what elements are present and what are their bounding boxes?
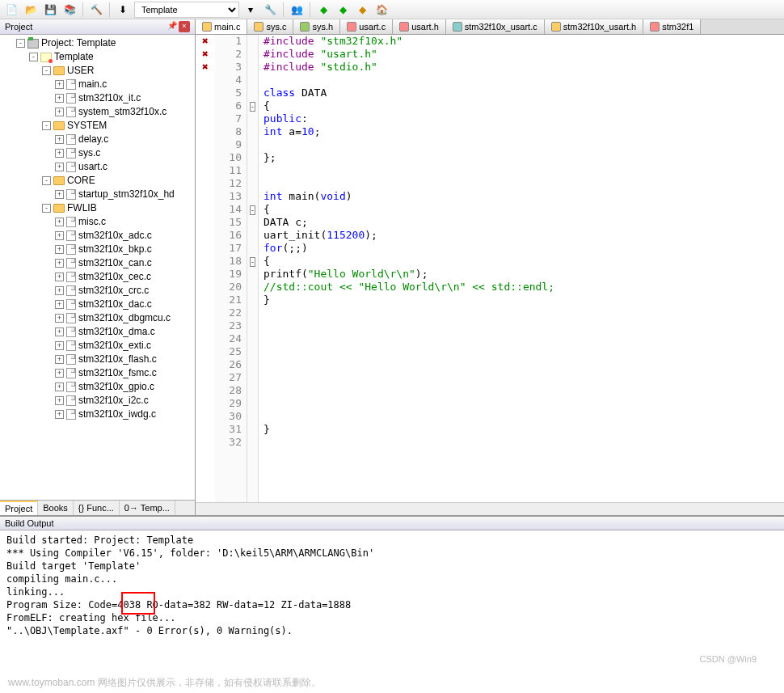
highlight-box [121,592,155,615]
file-type-icon [254,22,263,32]
debug-icon[interactable]: ◆ [354,2,370,18]
file-icon [66,134,76,145]
file-node[interactable]: +stm32f10x_cec.c [53,270,193,284]
project-title-label: Project [5,22,32,32]
new-file-icon[interactable]: 📄 [3,2,19,18]
pane-pin-icon[interactable]: 📌 [167,21,177,32]
project-pane-title: Project 📌× [0,19,195,35]
pane-tab-{} Func...[interactable]: {} Func... [74,501,120,515]
folder-icon [53,66,65,75]
file-type-icon [453,22,462,32]
project-tree[interactable]: -Project: Template-Template-USER+main.c+… [0,35,195,500]
save-all-icon[interactable]: 💾 [42,2,58,18]
file-type-icon [551,22,561,32]
file-tab[interactable]: stm32f1 [643,19,701,34]
file-icon [66,217,76,227]
nav-back-icon[interactable]: ◆ [315,2,331,18]
file-node[interactable]: +stm32f10x_dbgmcu.c [53,311,193,325]
folder-CORE[interactable]: -CORE [40,174,193,188]
file-tab[interactable]: sys.c [247,19,293,34]
pane-tab-Project[interactable]: Project [0,501,38,515]
pane-close-icon[interactable]: × [179,21,190,32]
nav-fwd-icon[interactable]: ◆ [335,2,351,18]
file-icon [66,409,76,420]
file-icon [66,230,76,241]
file-node[interactable]: +stm32f10x_adc.c [53,229,193,243]
target-select[interactable]: Template [134,2,239,18]
build-output-pane: Build Output Build started: Project: Tem… [0,515,784,637]
file-icon [66,340,76,351]
file-node[interactable]: +usart.c [53,160,193,174]
file-icon [66,107,76,117]
editor-hscroll[interactable] [196,502,784,515]
file-icon [66,382,76,392]
file-node[interactable]: +stm32f10x_can.c [53,256,193,270]
manage-icon[interactable]: 👥 [289,2,305,18]
file-node[interactable]: +stm32f10x_i2c.c [53,394,193,408]
file-type-icon [202,22,212,32]
file-node[interactable]: +stm32f10x_exti.c [53,339,193,353]
file-icon [66,258,76,268]
file-node[interactable]: +stm32f10x_it.c [53,91,193,105]
file-node[interactable]: +stm32f10x_dac.c [53,298,193,311]
file-tab[interactable]: main.c [196,19,247,34]
folder-USER[interactable]: -USER [40,64,193,78]
dropdown-icon[interactable]: ▾ [242,2,259,18]
pane-tab-Books[interactable]: Books [38,501,74,515]
file-icon [66,272,76,282]
folder-FWLIB[interactable]: -FWLIB [40,201,193,215]
file-icon [66,285,76,296]
home-icon[interactable]: 🏠 [373,2,390,18]
file-type-icon [347,22,356,32]
file-tab[interactable]: usart.h [393,19,446,34]
file-icon [66,148,76,158]
project-icon [27,39,39,49]
page-watermark: www.toymoban.com 网络图片仅供展示，非存储，如有侵权请联系删除。 [8,676,321,690]
open-icon[interactable]: 📂 [23,2,39,18]
code-content[interactable]: #include "stm32f10x.h"#include "usart.h"… [259,35,784,502]
books-icon[interactable]: 📚 [61,2,78,18]
file-icon [66,395,76,406]
load-icon[interactable]: ⬇ [115,2,131,18]
file-icon [66,327,76,337]
pane-tab-0→ Temp...[interactable]: 0→ Temp... [120,501,175,515]
file-tab[interactable]: stm32f10x_usart.h [545,19,644,34]
file-tab[interactable]: stm32f10x_usart.c [446,19,545,34]
file-node[interactable]: +stm32f10x_iwdg.c [53,408,193,421]
file-icon [66,354,76,365]
file-node[interactable]: +stm32f10x_flash.c [53,353,193,366]
folder-icon [53,121,65,130]
fold-gutter[interactable]: --- [247,35,259,502]
project-pane-tabs: ProjectBooks{} Func...0→ Temp... [0,500,195,515]
code-editor[interactable]: ✖✖✖1234567891011121314151617181920212223… [196,35,784,502]
project-pane: Project 📌× -Project: Template-Template-U… [0,19,196,515]
build-output-body[interactable]: Build started: Project: Template *** Usi… [0,530,784,637]
file-node[interactable]: +stm32f10x_dma.c [53,325,193,339]
file-node[interactable]: +misc.c [53,215,193,229]
file-icon [66,79,76,90]
editor-pane: main.csys.csys.husart.cusart.hstm32f10x_… [196,19,784,515]
file-node[interactable]: +sys.c [53,146,193,160]
file-icon [66,162,76,172]
credit-watermark: CSDN @Win9 [700,654,757,664]
folder-icon [53,204,65,213]
file-node[interactable]: +stm32f10x_crc.c [53,284,193,298]
file-icon [66,244,76,255]
file-node[interactable]: +system_stm32f10x.c [53,105,193,119]
build-icon[interactable]: 🔨 [88,2,104,18]
file-node[interactable]: +main.c [53,78,193,91]
file-type-icon [650,22,660,32]
file-node[interactable]: +stm32f10x_fsmc.c [53,366,193,380]
file-node[interactable]: +stm32f10x_bkp.c [53,243,193,256]
options-icon[interactable]: 🔧 [262,2,278,18]
file-icon [66,368,76,378]
file-node[interactable]: +startup_stm32f10x_hd [53,188,193,201]
file-node[interactable]: +stm32f10x_gpio.c [53,380,193,394]
target-icon [40,53,52,62]
line-number-gutter: 1234567891011121314151617181920212223242… [215,35,247,502]
folder-SYSTEM[interactable]: -SYSTEM [40,119,193,133]
file-tab[interactable]: sys.h [293,19,340,34]
file-node[interactable]: +delay.c [53,133,193,146]
file-tab[interactable]: usart.c [340,19,393,34]
error-gutter: ✖✖✖ [196,35,215,502]
